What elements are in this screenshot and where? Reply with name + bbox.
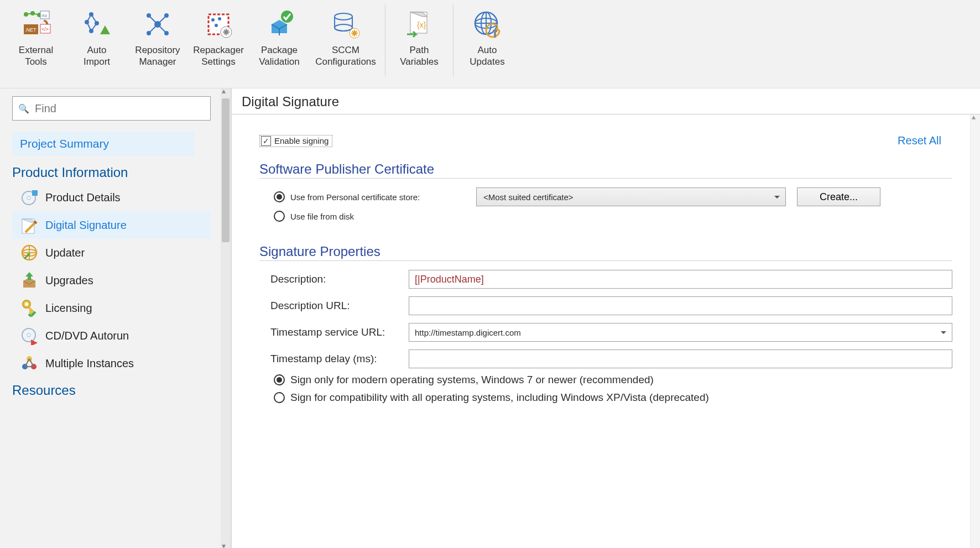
main-panel: Digital Signature ✓ Enable signing Reset…: [231, 88, 980, 548]
find-box[interactable]: 🔍: [12, 96, 211, 121]
search-input[interactable]: [34, 102, 205, 116]
autorun-icon: [19, 325, 40, 346]
sccm-configurations-button[interactable]: SCCMConfigurations: [310, 4, 382, 76]
label-timestamp-url: Timestamp service URL:: [270, 326, 398, 338]
path-variables-icon: {x}: [402, 7, 437, 42]
radio-sign-legacy[interactable]: [274, 392, 285, 403]
svg-point-20: [218, 17, 221, 20]
toolbar: INI .NET </> ExternalTools AutoImport: [0, 0, 980, 88]
sidebar-item-label: CD/DVD Autorun: [45, 330, 129, 342]
sidebar-item-label: Multiple Instances: [45, 357, 134, 370]
sidebar-heading-resources: Resources: [12, 383, 211, 398]
chevron-down-icon: [941, 331, 946, 337]
label-timestamp-delay: Timestamp delay (ms):: [270, 353, 398, 365]
svg-point-26: [335, 24, 352, 31]
scrollbar-thumb[interactable]: [222, 98, 230, 242]
toolbar-group-3: AutoUpdates: [453, 4, 521, 76]
svg-point-45: [27, 333, 30, 337]
sidebar-heading-product-info: Product Information: [12, 165, 211, 180]
certificate-combo[interactable]: <Most suited certificate>: [476, 187, 786, 206]
page-title: Digital Signature: [232, 88, 980, 114]
label-description-url: Description URL:: [270, 300, 398, 312]
svg-point-23: [225, 30, 228, 34]
svg-rect-35: [493, 30, 497, 32]
svg-text:</>: </>: [41, 27, 49, 32]
sidebar: 🔍 Project Summary Product Information Pr…: [0, 88, 231, 548]
licensing-icon: [19, 298, 40, 319]
svg-point-25: [335, 13, 352, 20]
tool-label: SCCMConfigurations: [315, 44, 376, 68]
sidebar-project-summary[interactable]: Project Summary: [12, 132, 195, 156]
auto-updates-button[interactable]: AutoUpdates: [457, 4, 518, 76]
sidebar-item-label: Licensing: [45, 302, 92, 315]
toolbar-group-1: INI .NET </> ExternalTools AutoImport: [2, 4, 385, 76]
svg-text:INI: INI: [41, 13, 47, 18]
sidebar-item-cd-dvd-autorun[interactable]: CD/DVD Autorun: [12, 322, 211, 349]
input-description[interactable]: [409, 270, 952, 289]
sidebar-item-label: Product Details: [45, 191, 121, 204]
combo-value: <Most suited certificate>: [483, 192, 574, 202]
tool-label: AutoUpdates: [470, 44, 504, 68]
svg-text:{x}: {x}: [417, 20, 426, 29]
svg-rect-38: [32, 190, 38, 196]
radio-personal-store[interactable]: [274, 191, 285, 202]
chevron-down-icon: [774, 196, 780, 201]
tool-label: PackageValidation: [259, 44, 299, 68]
external-tools-icon: INI .NET </>: [18, 7, 54, 42]
tool-label: RepositoryManager: [135, 44, 180, 68]
create-button[interactable]: Create...: [797, 187, 880, 206]
auto-updates-icon: [470, 7, 505, 42]
auto-import-icon: [79, 7, 114, 42]
label-description: Description:: [270, 273, 398, 285]
checkbox-label: Enable signing: [274, 136, 329, 145]
radio-label: Use file from disk: [290, 212, 354, 221]
checkmark-icon: ✓: [261, 136, 271, 146]
signature-icon: [19, 215, 40, 236]
svg-point-19: [211, 18, 215, 22]
sidebar-item-product-details[interactable]: Product Details: [12, 184, 211, 211]
repository-manager-button[interactable]: RepositoryManager: [127, 4, 188, 76]
input-description-url[interactable]: [409, 296, 952, 315]
auto-import-button[interactable]: AutoImport: [66, 4, 127, 76]
sidebar-item-label: Updater: [45, 247, 85, 259]
svg-point-21: [215, 24, 218, 27]
svg-point-24: [281, 11, 293, 23]
svg-point-43: [25, 302, 28, 306]
path-variables-button[interactable]: {x} PathVariables: [389, 4, 450, 76]
sidebar-item-upgrades[interactable]: Upgrades: [12, 267, 211, 294]
tool-label: ExternalTools: [19, 44, 53, 68]
tool-label: AutoImport: [84, 44, 110, 68]
instances-icon: [19, 353, 40, 374]
radio-label: Sign for compatibility with all operatin…: [290, 392, 709, 404]
sidebar-item-label: Digital Signature: [45, 219, 127, 232]
section-heading-certificate: Software Publisher Certificate: [259, 161, 952, 179]
svg-point-37: [27, 196, 30, 200]
select-timestamp-url[interactable]: http://timestamp.digicert.com: [409, 323, 952, 342]
reset-all-link[interactable]: Reset All: [898, 134, 941, 147]
toolbar-group-2: {x} PathVariables: [385, 4, 453, 76]
sidebar-item-updater[interactable]: Updater: [12, 239, 211, 267]
input-timestamp-delay[interactable]: [409, 349, 952, 368]
enable-signing-checkbox[interactable]: ✓ Enable signing: [259, 135, 332, 147]
svg-text:.NET: .NET: [25, 27, 37, 33]
package-validation-icon: [262, 7, 297, 42]
sidebar-item-multiple-instances[interactable]: Multiple Instances: [12, 349, 211, 377]
sidebar-item-label: Upgrades: [45, 274, 93, 287]
main-scrollbar[interactable]: [970, 114, 980, 548]
search-icon: 🔍: [18, 103, 29, 114]
radio-file-from-disk[interactable]: [274, 211, 285, 222]
repository-manager-icon: [140, 7, 175, 42]
sidebar-item-licensing[interactable]: Licensing: [12, 294, 211, 322]
sidebar-scrollbar[interactable]: [221, 88, 231, 548]
disc-icon: [19, 187, 40, 208]
section-heading-signature-props: Signature Properties: [259, 244, 952, 261]
package-validation-button[interactable]: PackageValidation: [249, 4, 310, 76]
radio-sign-modern[interactable]: [274, 374, 285, 385]
sidebar-item-digital-signature[interactable]: Digital Signature: [12, 211, 211, 239]
tool-label: PathVariables: [400, 44, 439, 68]
upgrades-icon: [19, 270, 40, 291]
external-tools-button[interactable]: INI .NET </> ExternalTools: [6, 4, 66, 76]
tool-label: RepackagerSettings: [193, 44, 244, 68]
radio-label: Use from Personal certificate store:: [290, 192, 456, 202]
repackager-settings-button[interactable]: RepackagerSettings: [188, 4, 249, 76]
